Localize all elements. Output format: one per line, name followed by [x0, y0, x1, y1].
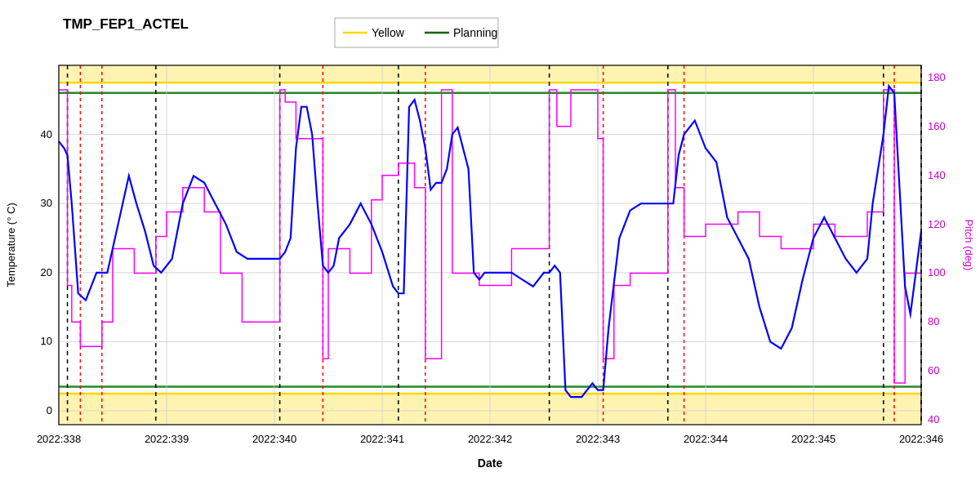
main-chart	[0, 0, 980, 490]
chart-container	[0, 0, 980, 490]
